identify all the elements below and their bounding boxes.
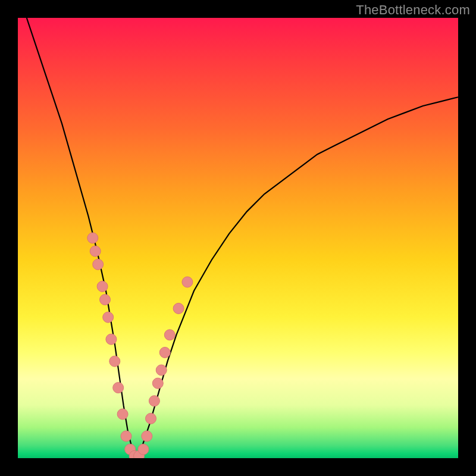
curve-marker bbox=[142, 431, 152, 441]
curve-marker bbox=[90, 246, 101, 256]
curve-marker bbox=[156, 365, 167, 375]
curve-marker bbox=[149, 396, 159, 406]
watermark-text: TheBottleneck.com bbox=[356, 2, 470, 18]
curve-marker bbox=[87, 233, 98, 243]
curve-marker bbox=[173, 303, 184, 314]
curve-marker bbox=[152, 378, 163, 389]
curve-marker bbox=[93, 259, 104, 270]
curve-marker bbox=[97, 281, 108, 292]
curve-marker bbox=[159, 347, 170, 358]
curve-markers-group bbox=[87, 233, 193, 458]
curve-marker bbox=[100, 295, 111, 305]
curve-marker bbox=[182, 277, 193, 287]
curve-marker bbox=[106, 334, 117, 345]
curve-marker bbox=[103, 312, 114, 322]
chart-svg bbox=[18, 18, 458, 458]
curve-marker bbox=[164, 330, 175, 340]
curve-marker bbox=[121, 431, 131, 441]
chart-container: TheBottleneck.com bbox=[0, 0, 476, 476]
curve-marker bbox=[146, 413, 156, 424]
curve-marker bbox=[138, 444, 149, 455]
curve-marker bbox=[113, 383, 124, 393]
plot-area bbox=[18, 18, 458, 458]
curve-marker bbox=[109, 356, 120, 367]
curve-marker bbox=[117, 409, 128, 419]
